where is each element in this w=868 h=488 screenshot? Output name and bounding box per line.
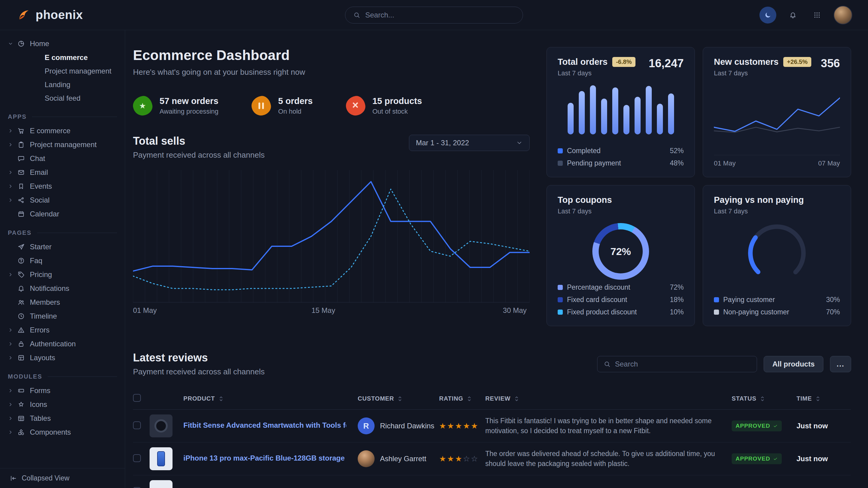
navbar-search[interactable]	[345, 7, 523, 24]
legend-value: 52%	[670, 147, 684, 155]
sidebar-item-pricing[interactable]: Pricing	[8, 268, 117, 282]
sidebar-item-faq[interactable]: Faq	[8, 254, 117, 268]
review-time: Just now	[797, 443, 851, 475]
product-link[interactable]: iPhone 13 pro max-Pacific Blue-128GB sto…	[183, 454, 346, 462]
col-rating[interactable]: RATING	[439, 394, 485, 410]
sidebar-subitem-landing[interactable]: Landing	[8, 78, 117, 91]
paying-legend: Paying customer 30% Non-paying customer …	[714, 296, 840, 316]
sidebar-nav: HomeE commerceProject managementLandingS…	[0, 37, 125, 468]
x-tick: 07 May	[818, 159, 840, 167]
sidebar-item-label: Social	[30, 196, 50, 204]
chevron-right-icon	[8, 142, 13, 148]
rating-stars: ★★★★★	[439, 421, 479, 430]
table-icon	[18, 415, 25, 422]
sidebar-subitem-e-commerce[interactable]: E commerce	[8, 51, 117, 64]
customer-name: Ashley Garrett	[380, 455, 426, 463]
date-range-value: Mar 1 - 31, 2022	[416, 139, 469, 147]
page-title: Ecommerce Dashboard	[133, 47, 530, 63]
select-all-checkbox[interactable]	[133, 394, 141, 402]
sidebar-item-events[interactable]: Events	[8, 180, 117, 193]
reviews-subtitle: Payment received across all channels	[133, 367, 265, 377]
brand[interactable]: phoenix	[17, 8, 83, 22]
theme-toggle-button[interactable]	[760, 7, 776, 24]
card-title: Paying vs non paying	[714, 195, 804, 205]
product-image	[150, 415, 173, 437]
order-bar	[601, 99, 607, 134]
legend-item-non-paying-customer: Non-paying customer 70%	[714, 308, 840, 316]
dashboard-cards: Total orders -6.8% Last 7 days 16,247 Co…	[547, 47, 851, 326]
col-time[interactable]: TIME	[797, 394, 851, 410]
chevron-right-icon	[8, 429, 13, 435]
select-all-header	[133, 394, 150, 410]
sidebar-item-home[interactable]: Home	[8, 37, 117, 51]
sidebar-item-starter[interactable]: Starter	[8, 240, 117, 254]
notifications-button[interactable]	[785, 7, 801, 23]
collapse-sidebar-button[interactable]: Collapsed View	[0, 468, 125, 488]
sidebar-subitem-social-feed[interactable]: Social feed	[8, 91, 117, 105]
sidebar-item-label: Starter	[30, 242, 52, 251]
navbar-search-input[interactable]	[365, 11, 515, 19]
review-row: Fitbit Sense Advanced Smartwatch with To…	[133, 410, 851, 443]
column-label: RATING	[439, 395, 463, 402]
sidebar-item-tables[interactable]: Tables	[8, 412, 117, 425]
sidebar-item-label: Pricing	[30, 270, 52, 279]
stat-value: 15 products	[372, 96, 422, 106]
legend-label: Non-paying customer	[723, 308, 789, 316]
col-status[interactable]: STATUS	[732, 394, 797, 410]
stat-value: 5 orders	[278, 96, 312, 106]
product-link[interactable]: Fitbit Sense Advanced Smartwatch with To…	[183, 421, 346, 429]
shapes-icon	[18, 401, 25, 408]
stat-caption: Out of stock	[372, 108, 422, 116]
col-product[interactable]: PRODUCT	[183, 394, 358, 410]
share-icon	[18, 197, 25, 204]
sidebar-item-notifications[interactable]: Notifications	[8, 282, 117, 295]
sidebar-item-social[interactable]: Social	[8, 193, 117, 207]
brand-name: phoenix	[36, 8, 83, 22]
row-checkbox[interactable]	[133, 421, 141, 429]
date-range-select[interactable]: Mar 1 - 31, 2022	[409, 135, 530, 151]
reviews-search[interactable]	[597, 356, 757, 372]
col-customer[interactable]: CUSTOMER	[358, 394, 439, 410]
user-avatar[interactable]	[834, 6, 852, 24]
reviews-search-input[interactable]	[615, 360, 751, 368]
pie-icon	[18, 40, 25, 47]
legend-swatch	[558, 148, 563, 154]
legend-value: 72%	[670, 283, 684, 291]
sidebar-item-label: Forms	[30, 386, 50, 395]
col-review[interactable]: REVIEW	[485, 394, 732, 410]
all-products-button[interactable]: All products	[764, 356, 824, 372]
legend-swatch	[558, 161, 563, 166]
sidebar-item-e-commerce[interactable]: E commerce	[8, 124, 117, 138]
sidebar-item-layouts[interactable]: Layouts	[8, 351, 117, 365]
sort-icon	[759, 395, 766, 402]
paying-gauge-chart	[742, 220, 812, 283]
sidebar-item-calendar[interactable]: Calendar	[8, 207, 117, 221]
sidebar-section-modules: MODULES	[8, 373, 117, 380]
sidebar-item-authentication[interactable]: Authentication	[8, 337, 117, 351]
sidebar-item-icons[interactable]: Icons	[8, 398, 117, 412]
sidebar-item-email[interactable]: Email	[8, 165, 117, 180]
card-period: Last 7 days	[558, 207, 612, 215]
sidebar-item-members[interactable]: Members	[8, 295, 117, 309]
row-checkbox[interactable]	[133, 454, 141, 462]
legend-item-fixed-card-discount: Fixed card discount 18%	[558, 296, 684, 304]
total-sells-subtitle: Payment received across all channels	[133, 151, 265, 160]
stat-blob: ×	[344, 95, 367, 117]
review-time: Just now	[797, 410, 851, 443]
sidebar-item-timeline[interactable]: Timeline	[8, 309, 117, 323]
sidebar-item-label: Errors	[30, 326, 50, 334]
clock-icon	[18, 313, 25, 320]
sidebar-subitem-project-management[interactable]: Project management	[8, 64, 117, 78]
orders-legend: Completed 52% Pending payment 48%	[558, 147, 684, 167]
apps-grid-button[interactable]	[809, 7, 825, 23]
card-title: Total orders	[558, 57, 608, 67]
sidebar-item-forms[interactable]: Forms	[8, 384, 117, 398]
sidebar-item-project-management[interactable]: Project management	[8, 138, 117, 152]
more-actions-button[interactable]: ...	[830, 356, 851, 372]
sidebar-item-chat[interactable]: Chat	[8, 152, 117, 165]
sidebar-item-components[interactable]: Components	[8, 425, 117, 439]
clipboard-icon	[18, 141, 25, 148]
sidebar-item-errors[interactable]: Errors	[8, 323, 117, 337]
sidebar-item-label: Calendar	[30, 210, 59, 218]
chevron-right-icon	[8, 402, 13, 407]
